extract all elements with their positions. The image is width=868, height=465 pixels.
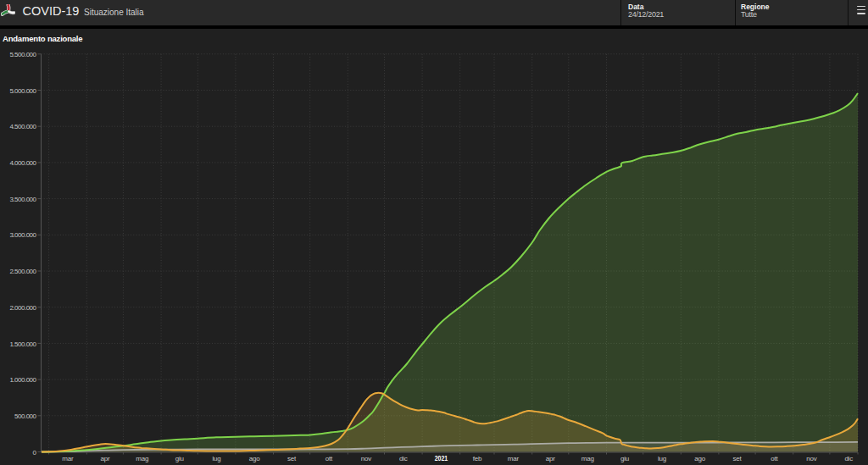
svg-text:mag: mag: [581, 455, 594, 462]
svg-text:5.500.000: 5.500.000: [9, 51, 36, 58]
svg-text:1.500.000: 1.500.000: [9, 340, 36, 348]
svg-text:4.500.000: 4.500.000: [9, 123, 36, 130]
svg-text:3.500.000: 3.500.000: [9, 196, 36, 203]
svg-text:4.000.000: 4.000.000: [9, 159, 36, 167]
svg-text:1.000.000: 1.000.000: [9, 376, 36, 384]
svg-text:mag: mag: [136, 455, 148, 462]
svg-text:ago: ago: [694, 455, 705, 462]
svg-text:feb: feb: [473, 455, 482, 462]
svg-text:ott: ott: [326, 455, 333, 462]
svg-text:giu: giu: [620, 455, 629, 462]
svg-text:2.500.000: 2.500.000: [9, 268, 36, 275]
svg-text:apr: apr: [100, 455, 109, 462]
svg-text:set: set: [732, 455, 742, 462]
svg-text:3.000.000: 3.000.000: [9, 231, 36, 239]
svg-text:giu: giu: [175, 455, 184, 462]
svg-text:mar: mar: [508, 455, 520, 462]
svg-text:mar: mar: [62, 455, 74, 462]
svg-text:ott: ott: [771, 455, 778, 462]
svg-text:5.000.000: 5.000.000: [9, 87, 36, 95]
svg-text:nov: nov: [361, 455, 371, 462]
svg-text:lug: lug: [658, 455, 666, 462]
svg-text:dic: dic: [399, 455, 408, 462]
svg-text:2021: 2021: [435, 453, 448, 462]
svg-text:nov: nov: [806, 455, 816, 462]
svg-text:ago: ago: [249, 455, 260, 462]
svg-text:apr: apr: [546, 455, 555, 462]
svg-text:dic: dic: [844, 455, 853, 462]
svg-text:0: 0: [33, 449, 37, 457]
svg-text:2.000.000: 2.000.000: [9, 304, 36, 312]
svg-text:set: set: [287, 455, 297, 462]
svg-text:500.000: 500.000: [14, 412, 36, 420]
svg-text:lug: lug: [213, 455, 221, 462]
